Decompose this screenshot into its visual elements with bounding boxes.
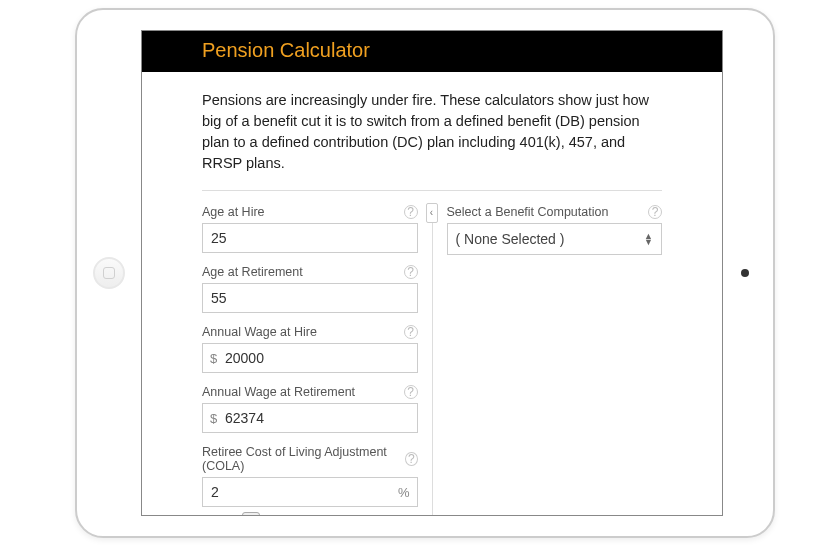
page-title: Pension Calculator xyxy=(202,39,370,61)
field-age-at-retirement: Age at Retirement ? xyxy=(202,265,418,313)
select-arrows-icon: ▲▼ xyxy=(644,233,653,245)
annual-wage-retirement-input[interactable] xyxy=(202,403,418,433)
column-divider: ‹ xyxy=(432,205,433,516)
divider-line xyxy=(202,190,662,191)
intro-text: Pensions are increasingly under fire. Th… xyxy=(202,90,662,174)
benefit-selected-value: ( None Selected ) xyxy=(456,231,565,247)
field-age-at-hire: Age at Hire ? xyxy=(202,205,418,253)
age-at-hire-input[interactable] xyxy=(202,223,418,253)
help-icon[interactable]: ? xyxy=(404,265,418,279)
help-icon[interactable]: ? xyxy=(404,205,418,219)
currency-prefix: $ xyxy=(210,351,217,366)
percent-suffix: % xyxy=(398,485,410,500)
tablet-frame: Pension Calculator Pensions are increasi… xyxy=(75,8,775,538)
help-icon[interactable]: ? xyxy=(648,205,662,219)
page-header: Pension Calculator xyxy=(142,31,722,72)
app-screen: Pension Calculator Pensions are increasi… xyxy=(141,30,723,516)
help-icon[interactable]: ? xyxy=(405,452,418,466)
form-columns: Age at Hire ? Age at Retirement ? xyxy=(202,205,662,516)
left-column: Age at Hire ? Age at Retirement ? xyxy=(202,205,432,516)
right-column: Select a Benefit Computation ? ( None Se… xyxy=(433,205,663,516)
annual-wage-hire-input[interactable] xyxy=(202,343,418,373)
field-annual-wage-hire: Annual Wage at Hire ? $ xyxy=(202,325,418,373)
help-icon[interactable]: ? xyxy=(404,325,418,339)
field-annual-wage-retirement: Annual Wage at Retirement ? $ xyxy=(202,385,418,433)
benefit-computation-label: Select a Benefit Computation xyxy=(447,205,609,219)
cola-label: Retiree Cost of Living Adjustment (COLA) xyxy=(202,445,405,473)
field-benefit-computation: Select a Benefit Computation ? ( None Se… xyxy=(447,205,663,255)
cola-input[interactable] xyxy=(202,477,418,507)
help-icon[interactable]: ? xyxy=(404,385,418,399)
annual-wage-retirement-label: Annual Wage at Retirement xyxy=(202,385,355,399)
age-at-hire-label: Age at Hire xyxy=(202,205,265,219)
benefit-computation-select[interactable]: ( None Selected ) ▲▼ xyxy=(447,223,663,255)
currency-prefix: $ xyxy=(210,411,217,426)
camera-icon xyxy=(741,269,749,277)
age-at-retirement-label: Age at Retirement xyxy=(202,265,303,279)
annual-wage-hire-label: Annual Wage at Hire xyxy=(202,325,317,339)
field-cola: Retiree Cost of Living Adjustment (COLA)… xyxy=(202,445,418,516)
collapse-handle-icon[interactable]: ‹ xyxy=(426,203,438,223)
age-at-retirement-input[interactable] xyxy=(202,283,418,313)
content-area: Pensions are increasingly under fire. Th… xyxy=(142,72,722,516)
home-button-icon xyxy=(93,257,125,289)
